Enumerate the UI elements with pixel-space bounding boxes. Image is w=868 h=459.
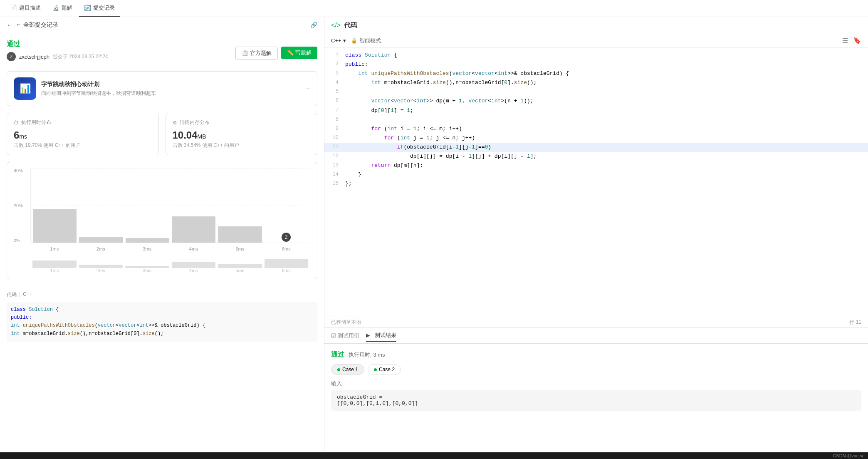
submission-header: 通过 Z zxctsclrjjjcph 提交于 2024.03.25 22:24 (7, 40, 317, 66)
submission-info: Z zxctsclrjjjcph 提交于 2024.03.25 22:24 (7, 52, 235, 61)
code-icon: </> (331, 22, 341, 29)
editor-title: 代码 (344, 21, 357, 30)
bookmark-icon[interactable]: 🔖 (853, 37, 861, 45)
submissions-icon: 🔄 (84, 5, 91, 11)
exec-stat-sub: 击败 19.70% 使用 C++ 的用户 (14, 142, 152, 149)
exec-stat-title: 执行用时分布 (21, 119, 51, 126)
link-icon[interactable]: 🔗 (310, 22, 317, 28)
code-block-left: class Solution { public: int uniquePaths… (7, 302, 317, 342)
editor-status: 已存储至本地 行 11 (324, 317, 868, 328)
exec-time: 执行用时: 3 ms (349, 351, 385, 359)
left-content: 通过 Z zxctsclrjjjcph 提交于 2024.03.25 22:24 (0, 33, 324, 452)
promo-arrow-icon: → (304, 85, 310, 92)
bar-3ms (126, 238, 169, 243)
promo-card[interactable]: 📊 字节跳动秋招心动计划 面向短期冲刺字节跳动秋招选手，秋招弯道顺利超车 → (7, 71, 317, 106)
code-line-11: 11 if(obstacleGrid[i-1][j-1]==0) (324, 143, 868, 152)
saved-status: 已存储至本地 (331, 319, 361, 326)
code-line-8: 8 (324, 115, 868, 124)
chart-area: 40% 20% 0% (14, 168, 310, 251)
mem-stat-value: 10.04MB (173, 129, 311, 141)
editor-header: </> 代码 (324, 17, 868, 34)
write-solution-button[interactable]: ✏️ 写题解 (281, 47, 317, 59)
user-avatar-chart: Z (281, 232, 292, 243)
checkbox-icon: ☑ (331, 332, 336, 339)
chart-container: 40% 20% 0% (7, 162, 317, 279)
bottom-panel: ☑ 测试用例 ▶_ 测试结果 通过 执行用时: 3 ms (324, 328, 868, 452)
official-label: 官方题解 (250, 50, 272, 57)
smart-mode: 🔒 智能模式 (351, 37, 381, 45)
bottom-content: 通过 执行用时: 3 ms Case 1 Case 2 (324, 344, 868, 452)
status-passed: 通过 (7, 40, 235, 49)
lock-icon: 🔒 (351, 38, 357, 44)
promo-desc: 面向短期冲刺字节跳动秋招选手，秋招弯道顺利超车 (41, 90, 299, 97)
tab-problem-desc-label: 题目描述 (19, 4, 41, 12)
dropdown-icon: ▾ (343, 37, 346, 44)
code-line-9: 9 for (int i = 1; i <= m; i++) (324, 124, 868, 134)
code-lang-label: 代码 | C++ (7, 291, 317, 298)
code-line-14: 14 } (324, 170, 868, 179)
mem-stat-sub: 击败 34.54% 使用 C++ 的用户 (173, 142, 311, 149)
terminal-icon: ▶_ (366, 332, 373, 338)
toolbar-right: ☰ 🔖 (842, 37, 861, 45)
code-line-6: 6 vector<vector<int>> dp(m + 1, vector<i… (324, 97, 868, 106)
left-header: ← ← 全部提交记录 🔗 (0, 17, 324, 33)
bottom-bar-text: CSDN @zxctsd (833, 453, 865, 458)
official-icon: 📋 (242, 50, 248, 56)
mem-stat-header: ⚙ 消耗内存分布 (173, 119, 311, 126)
tab-solution[interactable]: 🔬 题解 (47, 0, 77, 17)
write-label: 写题解 (295, 49, 312, 57)
chart-y-labels: 40% 20% 0% (14, 168, 30, 243)
problem-desc-icon: 📄 (10, 5, 17, 11)
code-line-13: 13 return dp[m][n]; (324, 161, 868, 170)
solution-icon: 🔬 (52, 5, 59, 11)
exec-stat-card: ⏱ 执行用时分布 6ms 击败 19.70% 使用 C++ 的用户 (7, 113, 159, 155)
lang-selector[interactable]: C++ ▾ (331, 37, 346, 44)
case-2-label: Case 2 (379, 367, 395, 372)
exec-stat-value: 6ms (14, 129, 152, 141)
case-1-dot (337, 368, 340, 371)
code-line-10: 10 for (int j = 1; j <= n; j++) (324, 134, 868, 143)
submit-time: 提交于 2024.03.25 22:24 (53, 53, 108, 60)
editor-area[interactable]: 1 class Solution { 2 public: 3 int uniqu… (324, 47, 868, 317)
bar-1ms (33, 209, 77, 243)
case-1-label: Case 1 (342, 367, 358, 372)
username[interactable]: zxctsclrjjjcph (19, 54, 49, 60)
code-line-12: 12 dp[i][j] = dp[i - 1][j] + dp[i][j - 1… (324, 152, 868, 161)
editor-toolbar: C++ ▾ 🔒 智能模式 ☰ 🔖 (324, 34, 868, 47)
code-line-5: 5 (324, 87, 868, 97)
back-button[interactable]: ← (7, 22, 12, 28)
mem-stat-title: 消耗内存分布 (180, 119, 210, 126)
chart-bars: Z (31, 168, 310, 243)
stats-row: ⏱ 执行用时分布 6ms 击败 19.70% 使用 C++ 的用户 ⚙ 消耗内存… (7, 113, 317, 155)
avatar: Z (7, 52, 16, 61)
case-2-dot (374, 368, 377, 371)
result-status: 通过 (331, 350, 344, 359)
exec-stat-header: ⏱ 执行用时分布 (14, 119, 152, 126)
cases-row: Case 1 Case 2 (331, 364, 861, 375)
menu-icon[interactable]: ☰ (842, 37, 848, 45)
case-1-button[interactable]: Case 1 (331, 364, 364, 375)
promo-title: 字节跳动秋招心动计划 (41, 81, 299, 88)
bar-5ms (218, 226, 262, 243)
code-line-3: 3 int uniquePathsWithObstacles(vector<ve… (324, 69, 868, 78)
write-icon: ✏️ (287, 50, 294, 56)
promo-logo: 📊 (14, 77, 36, 100)
bottom-tabs: ☑ 测试用例 ▶_ 测试结果 (324, 328, 868, 344)
back-label: ← 全部提交记录 (16, 21, 307, 29)
lang-label: C++ (331, 37, 341, 44)
bar-4ms (172, 216, 215, 243)
official-solution-button[interactable]: 📋 官方题解 (235, 47, 278, 60)
tab-submissions[interactable]: 🔄 提交记录 (79, 0, 120, 17)
tab-submissions-label: 提交记录 (93, 4, 115, 12)
promo-text: 字节跳动秋招心动计划 面向短期冲刺字节跳动秋招选手，秋招弯道顺利超车 (41, 81, 299, 97)
tab-test-result[interactable]: ▶_ 测试结果 (366, 330, 396, 342)
tab-problem-desc[interactable]: 📄 题目描述 (5, 0, 46, 17)
code-line-2: 2 public: (324, 60, 868, 69)
test-result-label: 测试结果 (375, 332, 396, 339)
case-2-button[interactable]: Case 2 (368, 364, 401, 375)
smart-mode-label: 智能模式 (359, 37, 381, 45)
test-result-status: 通过 执行用时: 3 ms (331, 350, 861, 359)
tab-test-case[interactable]: ☑ 测试用例 (331, 330, 359, 341)
action-buttons: 📋 官方题解 ✏️ 写题解 (235, 47, 317, 60)
bar-2ms (79, 237, 123, 243)
